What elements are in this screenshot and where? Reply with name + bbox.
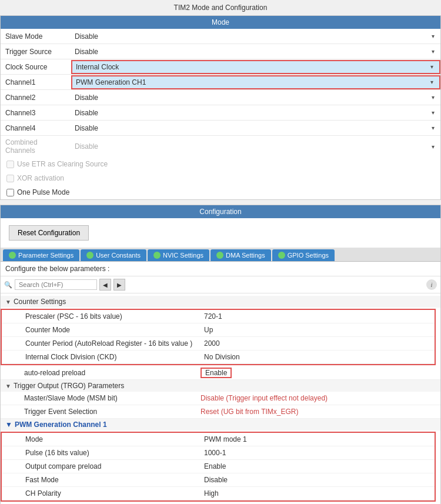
trigger-toggle: ▼ — [5, 383, 11, 389]
tab-icon-3 — [216, 252, 223, 259]
counter-item-label-1: Counter Mode — [2, 325, 202, 335]
pwm-item-2: Output compare preloadEnable — [2, 460, 435, 473]
search-bar: 🔍 ◀ ▶ i — [1, 276, 440, 293]
mode-row-label-5: Channel3 — [1, 106, 71, 119]
tab-label-0: Parameter Settings — [18, 252, 74, 259]
pwm-label: PWM Generation Channel 1 — [15, 420, 107, 429]
prev-arrow[interactable]: ◀ — [99, 279, 111, 291]
pwm-item-value-1[interactable]: 1000-1 — [202, 448, 228, 458]
mode-row-4: Channel2Disable▾ — [1, 90, 440, 105]
pwm-item-value-0[interactable]: PWM mode 1 — [202, 434, 249, 445]
reset-config-button[interactable]: Reset Configuration — [9, 225, 89, 241]
pwm-item-3: Fast ModeDisable — [2, 473, 435, 487]
mode-row-value-1[interactable]: Disable▾ — [71, 46, 440, 58]
trigger-item-value-0[interactable]: Disable (Trigger input effect not delaye… — [201, 394, 328, 402]
mode-row-label-4: Channel2 — [1, 91, 71, 104]
trigger-item-1: Trigger Event SelectionReset (UG bit fro… — [1, 405, 440, 419]
pwm-item-value-4[interactable]: High — [202, 488, 221, 499]
counter-item-value-3[interactable]: No Division — [202, 352, 242, 362]
trigger-group-header[interactable]: ▼ Trigger Output (TRGO) Parameters — [1, 380, 440, 392]
configure-label: Configure the below parameters : — [1, 262, 440, 276]
tab-4[interactable]: GPIO Settings — [272, 249, 335, 261]
pwm-item-value-3[interactable]: Disable — [202, 475, 230, 485]
mode-row-value-0[interactable]: Disable▾ — [71, 31, 440, 42]
checkbox-label-2: One Pulse Mode — [17, 188, 69, 196]
pwm-item-1: Pulse (16 bits value)1000-1 — [2, 446, 435, 460]
checkbox-row-0: Use ETR as Clearing Source — [1, 157, 440, 171]
trigger-item-label-0: Master/Slave Mode (MSM bit) — [1, 393, 201, 403]
mode-header: Mode — [1, 16, 440, 29]
search-input[interactable] — [15, 279, 97, 290]
checkbox-row-2: One Pulse Mode — [1, 185, 440, 199]
mode-row-label-7: Combined Channels — [1, 136, 71, 157]
mode-row-value-3[interactable]: PWM Generation CH1▾ — [71, 75, 440, 89]
trigger-item-0: Master/Slave Mode (MSM bit)Disable (Trig… — [1, 392, 440, 405]
counter-item-value-2[interactable]: 2000 — [202, 338, 222, 349]
mode-row-7: Combined ChannelsDisable▾ — [1, 136, 440, 157]
mode-row-value-2[interactable]: Internal Clock▾ — [71, 60, 440, 74]
pwm-item-value-2[interactable]: Enable — [202, 461, 228, 472]
search-icon: 🔍 — [4, 281, 12, 289]
counter-item-label-3: Internal Clock Division (CKD) — [2, 352, 202, 362]
checkbox-0 — [6, 161, 14, 168]
checkbox-2[interactable] — [6, 189, 14, 196]
config-header: Configuration — [1, 205, 440, 218]
counter-item-label-4: auto-reload preload — [1, 368, 201, 378]
pwm-toggle: ▼ — [5, 420, 12, 429]
counter-item-0: Prescaler (PSC - 16 bits value)720-1 — [2, 310, 435, 323]
mode-row-3: Channel1PWM Generation CH1▾ — [1, 75, 440, 90]
counter-box: Prescaler (PSC - 16 bits value)720-1Coun… — [1, 309, 436, 365]
counter-item-label-0: Prescaler (PSC - 16 bits value) — [2, 311, 202, 322]
mode-row-value-7[interactable]: Disable▾ — [71, 141, 440, 152]
page-title: TIM2 Mode and Configuration — [0, 0, 441, 15]
counter-item-value-0[interactable]: 720-1 — [202, 311, 225, 322]
checkbox-label-0: Use ETR as Clearing Source — [17, 160, 108, 168]
tree-section: ▼ Counter SettingsPrescaler (PSC - 16 bi… — [1, 293, 440, 504]
tab-label-2: NVIC Settings — [163, 252, 203, 259]
tab-1[interactable]: User Constants — [81, 249, 146, 261]
counter-item-value-4[interactable]: Enable — [201, 368, 232, 378]
counter-item-label-2: Counter Period (AutoReload Register - 16… — [2, 338, 202, 349]
mode-section: Mode Slave ModeDisable▾Trigger SourceDis… — [0, 15, 441, 200]
trigger-item-value-1[interactable]: Reset (UG bit from TIMx_EGR) — [201, 408, 298, 416]
checkbox-1 — [6, 175, 14, 182]
tab-icon-4 — [278, 252, 285, 259]
counter-group-header[interactable]: ▼ Counter Settings — [1, 296, 440, 308]
pwm-item-label-2: Output compare preload — [2, 461, 202, 472]
counter-item-value-1[interactable]: Up — [202, 325, 215, 335]
pwm-box: ModePWM mode 1Pulse (16 bits value)1000-… — [1, 432, 436, 502]
mode-row-5: Channel3Disable▾ — [1, 105, 440, 121]
tabs-bar: Parameter SettingsUser ConstantsNVIC Set… — [1, 248, 440, 262]
mode-row-label-1: Trigger Source — [1, 45, 71, 58]
counter-item-4: auto-reload preloadEnable — [1, 366, 440, 380]
trigger-label: Trigger Output (TRGO) Parameters — [14, 382, 124, 390]
tab-label-4: GPIO Settings — [288, 252, 329, 259]
counter-item-1: Counter ModeUp — [2, 323, 435, 337]
next-arrow[interactable]: ▶ — [113, 279, 125, 291]
checkbox-label-1: XOR activation — [17, 174, 64, 182]
mode-row-label-6: Channel4 — [1, 122, 71, 135]
pwm-group-header[interactable]: ▼ PWM Generation Channel 1 — [1, 419, 440, 430]
mode-row-label-2: Clock Source — [1, 61, 71, 74]
pwm-item-4: CH PolarityHigh — [2, 487, 435, 500]
mode-row-value-5[interactable]: Disable▾ — [71, 107, 440, 119]
info-icon: i — [426, 279, 437, 290]
mode-row-1: Trigger SourceDisable▾ — [1, 44, 440, 59]
pwm-item-label-0: Mode — [2, 434, 202, 445]
tab-2[interactable]: NVIC Settings — [148, 249, 209, 261]
pwm-item-0: ModePWM mode 1 — [2, 433, 435, 446]
tab-label-3: DMA Settings — [226, 252, 265, 259]
mode-row-2: Clock SourceInternal Clock▾ — [1, 59, 440, 75]
mode-row-0: Slave ModeDisable▾ — [1, 29, 440, 44]
mode-row-value-6[interactable]: Disable▾ — [71, 122, 440, 134]
pwm-item-label-1: Pulse (16 bits value) — [2, 448, 202, 458]
counter-item-3: Internal Clock Division (CKD)No Division — [2, 351, 435, 364]
tab-3[interactable]: DMA Settings — [211, 249, 271, 261]
mode-row-value-4[interactable]: Disable▾ — [71, 92, 440, 104]
tab-icon-1 — [86, 252, 93, 259]
tab-label-1: User Constants — [96, 252, 141, 259]
tab-0[interactable]: Parameter Settings — [3, 249, 79, 261]
mode-row-6: Channel4Disable▾ — [1, 121, 440, 136]
pwm-item-label-4: CH Polarity — [2, 488, 202, 499]
counter-label: Counter Settings — [14, 298, 66, 306]
